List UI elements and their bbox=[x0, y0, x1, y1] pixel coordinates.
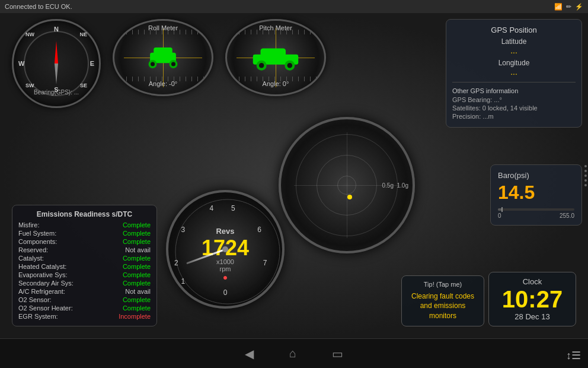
gforce-label-05: 0.5g bbox=[382, 182, 394, 189]
pitch-angle: Angle: 0° bbox=[263, 80, 289, 87]
clock-time: 10:27 bbox=[495, 287, 570, 311]
rpm-num-4: 4 bbox=[210, 204, 214, 212]
compass-gauge: N S E W NE NW SE SW Bearing(GPS): ... bbox=[12, 19, 101, 108]
baro-panel: Baro(psi) 14.5 0 255.0 bbox=[490, 164, 582, 226]
emissions-value-10: Complete bbox=[123, 304, 151, 312]
side-dot-5 bbox=[584, 184, 587, 186]
wifi-icon: 📶 bbox=[554, 3, 563, 11]
emissions-label-3: Reserved: bbox=[18, 246, 48, 253]
emissions-row-1: Fuel System:Complete bbox=[18, 230, 151, 237]
gforce-gauge: 0.5g 1.0g bbox=[279, 117, 415, 253]
compass-bearing: Bearing(GPS): ... bbox=[34, 89, 79, 96]
svg-point-4 bbox=[151, 62, 155, 66]
tip-text: Clearing fault codes and emissions monit… bbox=[407, 291, 479, 321]
clock-panel: Clock 10:27 28 Dec 13 bbox=[488, 272, 576, 326]
emissions-label-9: O2 Sensor: bbox=[18, 296, 52, 303]
gps-satellites: Satellites: 0 locked, 14 visible bbox=[452, 104, 576, 112]
side-dot-4 bbox=[584, 179, 587, 182]
rpm-num-7: 7 bbox=[263, 259, 267, 267]
side-dot-3 bbox=[584, 175, 587, 177]
rpm-num-5: 5 bbox=[231, 204, 235, 212]
side-dot-2 bbox=[584, 170, 587, 172]
nav-recent-button[interactable]: ▭ bbox=[332, 347, 343, 361]
baro-range: 0 255.0 bbox=[498, 212, 574, 219]
emissions-label-1: Fuel System: bbox=[18, 230, 56, 237]
pitch-meter-widget: Pitch Meter Angle: 0° bbox=[225, 19, 326, 108]
gps-longitude-label: Longitude bbox=[452, 59, 576, 67]
emissions-value-6: Complete bbox=[123, 271, 151, 278]
emissions-row-3: Reserved:Not avail bbox=[18, 246, 151, 253]
baro-indicator bbox=[501, 207, 503, 212]
gps-divider bbox=[452, 82, 576, 83]
rpm-label: Revs bbox=[216, 227, 234, 236]
emissions-row-10: O2 Sensor Heater:Complete bbox=[18, 304, 151, 312]
compass-W: W bbox=[18, 60, 24, 67]
nav-bar: ◀ ⌂ ▭ ↕☰ bbox=[0, 338, 588, 368]
compass-SE: SE bbox=[80, 83, 87, 88]
emissions-label-10: O2 Sensor Heater: bbox=[18, 304, 73, 312]
clock-title: Clock bbox=[495, 277, 570, 286]
gps-panel: GPS Position Latitude ··· Longitude ··· … bbox=[446, 19, 582, 128]
emissions-row-6: Evaporative Sys:Complete bbox=[18, 271, 151, 278]
tip-panel[interactable]: Tip! (Tap me) Clearing fault codes and e… bbox=[401, 275, 484, 326]
rpm-num-1: 1 bbox=[181, 277, 186, 285]
emissions-label-7: Secondary Air Sys: bbox=[18, 280, 74, 287]
baro-min: 0 bbox=[498, 212, 501, 219]
rpm-num-3: 3 bbox=[181, 226, 186, 234]
emissions-row-11: EGR System:Incomplete bbox=[18, 313, 151, 320]
side-dot-1 bbox=[584, 165, 587, 167]
status-message: Connected to ECU OK. bbox=[5, 3, 72, 10]
compass-widget: N S E W NE NW SE SW Bearing(GPS): ... bbox=[12, 19, 101, 108]
emissions-label-11: EGR System: bbox=[18, 313, 58, 320]
menu-icon[interactable]: ↕☰ bbox=[566, 349, 581, 362]
compass-NE: NE bbox=[79, 31, 87, 37]
gps-latitude-label: Latitude bbox=[452, 37, 576, 46]
svg-point-10 bbox=[259, 63, 264, 68]
emissions-rows: Misfire:CompleteFuel System:CompleteComp… bbox=[18, 221, 151, 320]
emissions-value-5: Complete bbox=[123, 263, 151, 270]
emissions-label-8: A/C Refrigerant: bbox=[18, 288, 65, 295]
emissions-value-4: Complete bbox=[123, 255, 151, 262]
compass-NW: NW bbox=[25, 31, 34, 37]
emissions-value-0: Complete bbox=[123, 221, 151, 229]
rpm-gauge-widget: Revs 1724 x1000 rpm ● 1 2 3 4 5 6 7 0 bbox=[166, 190, 285, 326]
pitch-title: Pitch Meter bbox=[259, 24, 292, 31]
roll-car-icon bbox=[142, 43, 184, 72]
emissions-label-6: Evaporative Sys: bbox=[18, 271, 68, 278]
edit-icon: ✏ bbox=[566, 3, 571, 11]
emissions-panel: Emissions Readiness s/DTC Misfire:Comple… bbox=[12, 205, 157, 326]
pitch-car-icon bbox=[251, 43, 301, 73]
svg-point-5 bbox=[171, 62, 175, 66]
power-icon: ⚡ bbox=[575, 3, 583, 11]
rpm-unit-line1: x1000 bbox=[216, 258, 234, 265]
gforce-meter-widget: 0.5g 1.0g bbox=[279, 117, 415, 253]
gforce-dot bbox=[347, 195, 352, 199]
emissions-value-11: Incomplete bbox=[119, 313, 151, 320]
rpm-unit: x1000 rpm ● bbox=[216, 258, 234, 282]
pitch-gauge: Pitch Meter Angle: 0° bbox=[225, 19, 326, 96]
emissions-value-7: Complete bbox=[123, 280, 151, 287]
baro-value: 14.5 bbox=[498, 182, 574, 204]
emissions-value-3: Not avail bbox=[125, 246, 151, 253]
gforce-label-10: 1.0g bbox=[397, 182, 408, 189]
rpm-gauge: Revs 1724 x1000 rpm ● 1 2 3 4 5 6 7 0 bbox=[166, 190, 285, 309]
gps-longitude-dots: ··· bbox=[452, 69, 576, 78]
emissions-row-9: O2 Sensor:Complete bbox=[18, 296, 151, 303]
tip-title: Tip! (Tap me) bbox=[407, 281, 479, 288]
baro-max: 255.0 bbox=[560, 212, 574, 219]
roll-angle: Angle: -0° bbox=[149, 80, 177, 87]
emissions-label-4: Catalyst: bbox=[18, 255, 44, 262]
gps-latitude-dots: ··· bbox=[452, 47, 576, 57]
side-dots bbox=[584, 165, 587, 186]
emissions-label-0: Misfire: bbox=[18, 221, 39, 229]
status-bar: Connected to ECU OK. 📶 ✏ ⚡ bbox=[0, 0, 588, 13]
emissions-value-8: Not avail bbox=[125, 288, 151, 295]
nav-back-button[interactable]: ◀ bbox=[245, 347, 254, 361]
emissions-row-4: Catalyst:Complete bbox=[18, 255, 151, 262]
rpm-center-dot bbox=[222, 246, 228, 252]
emissions-label-2: Components: bbox=[18, 238, 57, 245]
gps-title: GPS Position bbox=[452, 26, 576, 34]
roll-gauge: Roll Meter Angle: -0° bbox=[113, 19, 213, 96]
emissions-row-8: A/C Refrigerant:Not avail bbox=[18, 288, 151, 295]
nav-home-button[interactable]: ⌂ bbox=[289, 347, 296, 360]
